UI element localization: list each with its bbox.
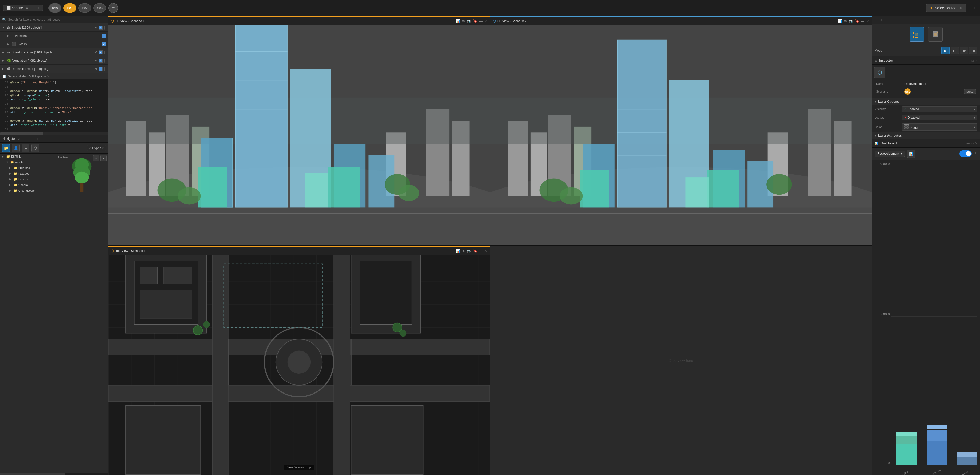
mode-label: Mode — [875, 49, 882, 52]
main-maximize-btn[interactable]: □ — [974, 6, 977, 10]
dashboard-toggle[interactable] — [959, 150, 972, 157]
inspector-maximize[interactable]: □ — [971, 59, 974, 62]
layer-item-vegetation[interactable]: ▶ 🌿 Vegetation [4092 objects] ⊘ ✓ ▌ — [0, 56, 108, 65]
navigator-menu-icon[interactable]: ⋮ — [22, 137, 26, 141]
add-scenario-btn[interactable]: + — [108, 3, 118, 13]
type-filter-dropdown[interactable]: All types ▾ — [87, 145, 106, 151]
tree-item-groundcover[interactable]: ▶ 📁 Groundcover — [0, 188, 55, 194]
vp-bookmark-icon-sc1[interactable]: 🔖 — [473, 19, 477, 23]
visibility-dropdown[interactable]: ✓ Enabled ▾ — [902, 106, 977, 112]
layer-attributes-section[interactable]: ▼ Layer Attributes — [872, 132, 980, 139]
selection-tool-tab[interactable]: ✦ Selection Tool ✕ — [926, 4, 966, 12]
selection-tool-close-icon[interactable]: ✕ — [959, 6, 963, 10]
layer-attributes-title: Layer Attributes — [878, 134, 902, 137]
nav-folder-btn[interactable]: 📁 — [2, 144, 10, 152]
layer-options-section[interactable]: ▼ Layer Options — [872, 98, 980, 105]
vp-close-icon-sc2[interactable]: ✕ — [866, 19, 869, 23]
vp-bookmark-icon-top[interactable]: 🔖 — [473, 249, 477, 253]
vp-eye-icon-sc2[interactable]: 👁 — [844, 19, 848, 23]
vp-minus-icon-sc1[interactable]: — — [479, 19, 482, 23]
mode-btn-3[interactable]: ◀⁺ — [960, 47, 968, 54]
minimize-btn[interactable]: — — [30, 6, 35, 10]
tree-item-esrilib[interactable]: ▶ 📁 ESRI.lib — [0, 154, 55, 159]
vp-camera-icon-top[interactable]: 📷 — [467, 249, 471, 253]
navigator-close-icon[interactable]: ✕ — [18, 137, 21, 141]
select-by-object-btn[interactable] — [928, 27, 943, 41]
dashboard-maximize[interactable]: □ — [971, 141, 974, 145]
tree-item-assets[interactable]: ▼ 📂 assets — [0, 159, 55, 165]
dashboard-chart-type-btn[interactable]: 📊 — [907, 149, 915, 158]
code-horizontal-scrollbar[interactable] — [0, 132, 108, 135]
code-line-31: 31 — [2, 127, 106, 132]
vp-close-icon-top[interactable]: ✕ — [484, 249, 487, 253]
layer-search-input[interactable] — [8, 18, 106, 21]
mode-btn-1[interactable]: ▶ — [941, 47, 950, 54]
select-by-rectangle-btn[interactable] — [910, 27, 924, 41]
scenario-now-btn[interactable]: now — [48, 3, 61, 13]
vp-eye-icon-top[interactable]: 👁 — [462, 249, 466, 253]
network-visibility-checkbox[interactable]: ✓ — [102, 34, 106, 38]
tree-item-general[interactable]: ▶ 📁 General — [0, 182, 55, 188]
right-panel-minimize[interactable]: — — [874, 18, 879, 22]
code-content[interactable]: 20@Group("Building Height",1) 21 22@Orde… — [0, 79, 108, 133]
scene-tab-close[interactable]: ✕ — [25, 6, 29, 10]
vp-camera-icon-sc1[interactable]: 📷 — [467, 19, 471, 23]
vp-bookmark-icon-sc2[interactable]: 🔖 — [855, 19, 859, 23]
code-tab-close[interactable]: ✕ — [47, 75, 49, 78]
vp-eye-icon-sc1[interactable]: 👁 — [462, 19, 466, 23]
dashboard-menu-icon[interactable]: ⋮ — [974, 152, 977, 156]
dashboard-minimize[interactable]: — — [966, 141, 970, 145]
dashboard-close-btn[interactable]: ✕ — [975, 141, 977, 145]
scene-tab[interactable]: ⬜ *Scene ✕ — □ — [3, 5, 43, 11]
color-dropdown[interactable]: NONE ▾ — [902, 123, 977, 131]
right-panel-maximize[interactable]: □ — [879, 18, 883, 22]
locked-dropdown[interactable]: ✕ Disabled ▾ — [902, 115, 977, 121]
viewport-3d-sc2[interactable]: ⬡ 3D View - Scenario 2 📊 👁 📷 🔖 — ✕ — [490, 16, 872, 245]
vp-camera-icon-sc2[interactable]: 📷 — [849, 19, 853, 23]
main-minimize-btn[interactable]: — — [968, 6, 973, 10]
tree-item-fences[interactable]: ▶ 📁 Fences — [0, 176, 55, 182]
vp-stats-icon-sc2[interactable]: 📊 — [838, 19, 842, 23]
folder-icon-general: 📁 — [13, 183, 17, 187]
navigator-horizontal-scrollbar[interactable] — [0, 473, 108, 475]
scenario-sc2-btn[interactable]: Sc2 — [78, 3, 91, 13]
tree-item-facades[interactable]: ▶ 📁 Facades — [0, 171, 55, 176]
navigator-maximize-btn[interactable]: □ — [35, 137, 38, 141]
scenario-sc1-btn[interactable]: Sc1 — [64, 3, 76, 13]
layer-item-redevelopment[interactable]: ▶ 🏙 Redevelopment [7 objects] ⊘ ✓ ▌ — [0, 65, 108, 73]
nav-object-btn[interactable]: 👤 — [12, 144, 20, 152]
layer-item-network[interactable]: ▶ ~ Network ✓ — [0, 32, 108, 40]
layer-item-blocks[interactable]: ▶ ⬛ Blocks ✓ — [0, 40, 108, 48]
dashboard-layer-dropdown[interactable]: Redevelopment ▾ — [875, 151, 905, 157]
layer-item-furniture[interactable]: ▶ 🏛 Street Furniture [1108 objects] ⊘ ✓ … — [0, 48, 108, 56]
navigator-minimize-btn[interactable]: — — [28, 137, 33, 141]
inspector-edit-btn[interactable]: Edit... — [964, 89, 976, 94]
inspector-close-btn[interactable]: ✕ — [975, 59, 977, 62]
mode-btn-2[interactable]: ▶⁺ — [951, 47, 959, 54]
code-editor-tab[interactable]: 📄 Generic Modern Buildings.cga ✕ — [0, 73, 108, 79]
tree-item-buildings[interactable]: ▶ 📁 Buildings — [0, 165, 55, 171]
nav-cloud-btn[interactable]: ☁ — [22, 144, 29, 152]
vegetation-visibility-checkbox[interactable]: ✓ — [99, 59, 103, 63]
preview-expand-btn[interactable]: ⤢ — [93, 155, 99, 161]
nav-network-btn[interactable]: ⬡ — [32, 144, 39, 152]
redevelopment-visibility-checkbox[interactable]: ✓ — [99, 67, 103, 71]
mode-btn-4[interactable]: ◀ — [969, 47, 977, 54]
vp-close-icon-sc1[interactable]: ✕ — [484, 19, 487, 23]
viewport-top-sc1[interactable]: ⬡ Top View - Scenario 1 📊 👁 📷 🔖 — ✕ — [108, 246, 490, 475]
blocks-visibility-checkbox[interactable]: ✓ — [102, 42, 106, 46]
layer-item-streets[interactable]: ▼ 🛣 Streets [2369 objects] ⊘ ✓ ▌ — [0, 24, 108, 32]
inspector-minimize[interactable]: — — [966, 59, 970, 62]
viewport-header-sc1: ⬡ 3D View - Scenario 1 📊 👁 📷 🔖 — ✕ — [108, 16, 490, 25]
scenario-sc3-btn[interactable]: Sc3 — [93, 3, 106, 13]
viewport-header-top-sc1: ⬡ Top View - Scenario 1 📊 👁 📷 🔖 — ✕ — [108, 246, 490, 255]
vp-stats-icon-sc1[interactable]: 📊 — [456, 19, 460, 23]
furniture-visibility-checkbox[interactable]: ✓ — [99, 50, 103, 54]
streets-visibility-checkbox[interactable]: ✓ — [99, 25, 103, 30]
viewport-3d-sc1[interactable]: ⬡ 3D View - Scenario 1 📊 👁 📷 🔖 — ✕ — [108, 16, 490, 245]
preview-close-btn[interactable]: ✕ — [100, 155, 107, 161]
vp-minus-icon-top[interactable]: — — [479, 249, 482, 253]
vp-minus-icon-sc2[interactable]: — — [861, 19, 864, 23]
vp-stats-icon-top[interactable]: 📊 — [456, 249, 460, 253]
maximize-btn[interactable]: □ — [36, 6, 40, 10]
